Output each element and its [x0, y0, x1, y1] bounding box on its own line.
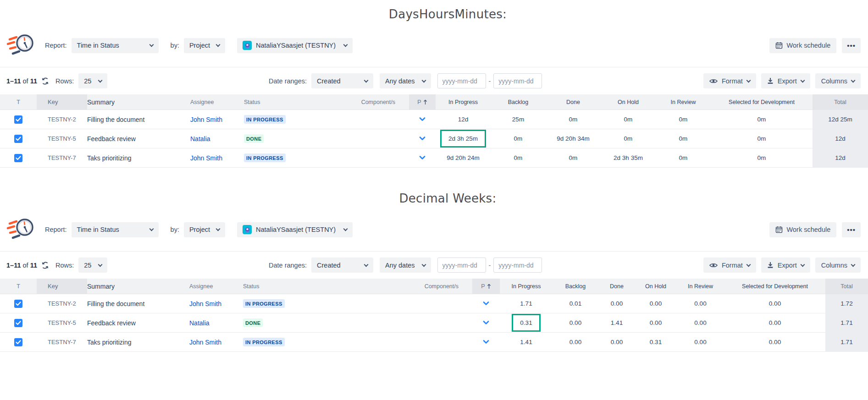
expand-row-button[interactable] [472, 294, 500, 313]
column-header-total[interactable]: Total [825, 279, 868, 294]
column-header-in-review[interactable]: In Review [676, 279, 724, 294]
rows-per-page-select[interactable]: 25 [78, 73, 107, 88]
report-select[interactable]: Time in Status [72, 38, 159, 53]
pagination-range: 1–11 of 11 [6, 77, 37, 85]
table-toolbar: 1–11 of 11 Rows: 25 Date ranges: Created… [0, 67, 868, 94]
column-header-selected-for-development[interactable]: Selected for Development [724, 279, 825, 294]
column-header-done[interactable]: Done [546, 94, 601, 110]
in-progress-value: 1.41 [500, 333, 553, 351]
date-mode-select[interactable]: Any dates [380, 73, 431, 88]
work-schedule-button[interactable]: Work schedule [769, 222, 837, 237]
status-cell: IN PROGRESS [243, 333, 348, 351]
column-header-assignee[interactable]: Assignee [190, 94, 244, 110]
report-select[interactable]: Time in Status [72, 222, 159, 237]
status-badge: IN PROGRESS [243, 299, 285, 308]
row-checkbox[interactable] [14, 319, 22, 327]
assignee-link[interactable]: John Smith [189, 294, 243, 313]
row-checkbox[interactable] [14, 300, 22, 308]
assignee-link[interactable]: John Smith [190, 110, 244, 129]
more-actions-button[interactable]: ••• [842, 38, 861, 53]
selected-for-development-value: 0.00 [724, 294, 825, 313]
column-header-selected-for-development[interactable]: Selected for Development [711, 94, 813, 110]
column-header-done[interactable]: Done [598, 279, 635, 294]
column-header-key[interactable]: Key [37, 279, 87, 294]
expand-row-button[interactable] [409, 148, 436, 167]
row-checkbox[interactable] [14, 115, 22, 124]
column-header-backlog[interactable]: Backlog [491, 94, 546, 110]
format-button[interactable]: Format [703, 73, 756, 88]
column-header-summary[interactable]: Summary [87, 279, 189, 294]
project-select[interactable]: NataliaYSaasjet (TESTNY) [237, 38, 353, 53]
date-to-input[interactable] [493, 73, 542, 88]
column-header-components[interactable]: Component/s [349, 94, 409, 110]
component-cell [348, 333, 472, 351]
assignee-link[interactable]: John Smith [189, 333, 243, 351]
expand-row-button[interactable] [409, 129, 436, 148]
rows-per-page-select[interactable]: 25 [78, 258, 107, 273]
column-header-backlog[interactable]: Backlog [553, 279, 598, 294]
issue-summary: Taks prioritizing [87, 333, 189, 351]
expand-row-button[interactable] [472, 333, 500, 351]
date-from-input[interactable] [437, 73, 486, 88]
column-header-total[interactable]: Total [813, 94, 868, 110]
column-header-select-all[interactable]: T [0, 279, 37, 294]
refresh-button[interactable] [41, 262, 49, 269]
date-mode-select[interactable]: Any dates [380, 258, 431, 273]
assignee-link[interactable]: Natalia [189, 313, 243, 332]
report-label: Report: [45, 42, 67, 49]
calendar-icon [775, 226, 783, 233]
columns-button[interactable]: Columns [815, 73, 861, 88]
issue-summary: Taks prioritizing [87, 148, 190, 167]
row-checkbox[interactable] [14, 135, 22, 143]
export-button[interactable]: Export [761, 258, 810, 273]
row-select-cell [0, 148, 37, 167]
component-cell [349, 129, 409, 148]
export-button[interactable]: Export [761, 73, 810, 88]
assignee-link[interactable]: John Smith [190, 148, 244, 167]
format-button[interactable]: Format [703, 258, 756, 273]
date-field-select[interactable]: Created [311, 73, 373, 88]
date-ranges-label: Date ranges: [269, 77, 307, 85]
column-header-in-progress[interactable]: In Progress [436, 94, 491, 110]
expand-row-button[interactable] [409, 110, 436, 129]
row-checkbox[interactable] [14, 154, 22, 162]
column-header-select-all[interactable]: T [0, 94, 37, 110]
column-header-assignee[interactable]: Assignee [189, 279, 243, 294]
issue-key: TESTNY-2 [37, 294, 87, 313]
chevron-down-icon [419, 137, 426, 141]
refresh-button[interactable] [41, 77, 49, 85]
column-header-components[interactable]: Component/s [348, 279, 472, 294]
column-header-in-review[interactable]: In Review [656, 94, 711, 110]
group-by-select[interactable]: Project [184, 222, 225, 237]
date-from-input[interactable] [437, 258, 486, 273]
column-header-priority[interactable]: P [472, 279, 500, 294]
date-to-input[interactable] [493, 258, 542, 273]
column-header-status[interactable]: Status [243, 279, 348, 294]
expand-row-button[interactable] [472, 313, 500, 332]
group-by-select[interactable]: Project [184, 38, 225, 53]
column-header-key[interactable]: Key [37, 94, 87, 110]
column-header-status[interactable]: Status [244, 94, 349, 110]
date-field-select[interactable]: Created [311, 258, 373, 273]
row-select-cell [0, 110, 37, 129]
column-header-priority[interactable]: P [409, 94, 436, 110]
row-select-cell [0, 333, 37, 351]
in-review-value: 0m [656, 129, 711, 148]
more-actions-button[interactable]: ••• [842, 222, 861, 237]
on-hold-value: 0.00 [635, 313, 676, 332]
project-select[interactable]: NataliaYSaasjet (TESTNY) [237, 222, 353, 237]
in-progress-value: 0.31 [500, 313, 553, 332]
columns-button[interactable]: Columns [815, 258, 861, 273]
row-checkbox[interactable] [14, 338, 22, 346]
column-header-summary[interactable]: Summary [87, 94, 190, 110]
column-header-in-progress[interactable]: In Progress [500, 279, 553, 294]
status-cell: IN PROGRESS [244, 148, 349, 167]
selected-for-development-value: 0m [711, 129, 813, 148]
backlog-value: 0.01 [553, 294, 598, 313]
assignee-link[interactable]: Natalia [190, 129, 244, 148]
work-schedule-button[interactable]: Work schedule [769, 38, 837, 53]
column-header-on-hold[interactable]: On Hold [601, 94, 656, 110]
component-cell [348, 313, 472, 332]
date-separator: - [489, 262, 491, 269]
column-header-on-hold[interactable]: On Hold [635, 279, 676, 294]
